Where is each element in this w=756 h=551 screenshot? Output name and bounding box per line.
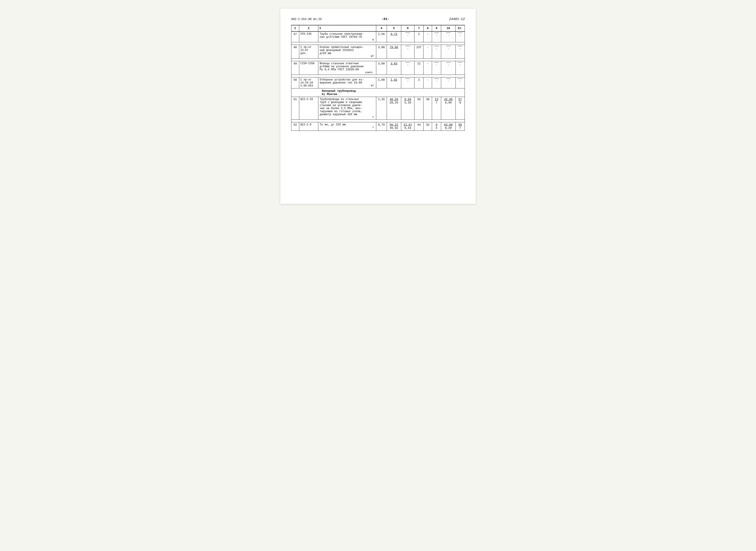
row-desc: Клапан прямоточный сильфон-ный фланцевый… [318,45,376,59]
row-col4: 0,79 [376,122,387,131]
row-col4: I,35 [376,97,387,120]
col-header-10: 10 [441,25,456,31]
row-col5: 0,72 [387,31,401,42]
header-right: 24401-12 [449,17,465,21]
row-col7: 237 [415,45,424,59]
row-col7: 55 [415,97,424,120]
row-desc: То же, д= 325 ммТ [318,122,376,131]
row-col4: I,00 [376,77,387,88]
row-col7: II [415,61,424,75]
row-col7: 2 [415,77,424,88]
row-col10: - [441,61,456,75]
row-col10: 63,008,29 [441,122,456,131]
table-row: 48С пр-нт 23-07 доп.Клапан прямоточный с… [291,45,465,59]
col-header-5: 5 [387,25,401,31]
col-header-8: 8 [424,25,432,31]
row-col6: - [401,45,415,59]
spacer-row [291,42,465,45]
row-col6: II,876,43 [401,122,415,131]
row-num: 52 [291,122,299,131]
col-header-9: 9 [432,25,441,31]
row-col5: 79,06 [387,45,401,59]
row-col9: - [432,31,441,42]
table-row: 51ШI2-2-IOТрубопроводы из стальныхтруб с… [291,97,465,120]
row-col8: - [424,61,432,75]
main-table: I 2 3 4 5 6 7 8 9 10 II· 47СП3-I38Труба … [291,25,465,131]
row-col4: I,56 [376,31,387,42]
row-col9: - [432,45,441,59]
header-center: -91- [382,17,389,21]
row-col9: I37 [432,97,441,120]
row-num: 48 [291,45,299,59]
row-col5: I,92 [387,77,401,88]
col-header-3: 3 [318,25,376,31]
row-col5: 40,5928,I6 [387,97,401,120]
row-desc: Труба стальная электросвар-ная д=57х3мм … [318,31,376,42]
row-col5: 56,2I40,92 [387,122,401,131]
row-col9: - [432,77,441,88]
section-title: Напорный трубопроводА) Монтаж [291,88,465,97]
row-col6: - [401,31,415,42]
row-col10: 42,006,90 [441,97,456,120]
spacer-row [291,75,465,77]
row-col6: 9,945,35 [401,97,415,120]
row-col8: - [424,77,432,88]
row-col10: - [441,77,456,88]
row-code: С пр-нт 24-I8-29 п.06-053 [299,77,318,88]
spacer-row [291,59,465,61]
page: 902-I-I64.90 Ал.IO -91- 24401-12 I 2 3 4… [280,9,476,204]
row-col4: 3,00 [376,61,387,75]
section-header-row: Напорный трубопроводА) Монтаж [291,88,465,97]
row-code: ШI2-2-9 [299,122,318,131]
row-col10: - [441,31,456,42]
col-header-11: II· [456,25,465,31]
row-num: 47 [291,31,299,42]
row-col6: - [401,77,415,88]
row-num: 49 [291,61,299,75]
row-col9: 95 [432,122,441,131]
row-desc: Трубопроводы из стальныхтруб с фланцами … [318,97,376,120]
row-col11: 579 [456,97,465,120]
row-desc: Фланцы стальные ответныед=50мм на условн… [318,61,376,75]
row-col5: 3,83 [387,61,401,75]
row-col8: 32 [424,122,432,131]
table-row: 50С пр-нт 24-I8-29 п.06-053Отборное устр… [291,77,465,88]
col-header-4: 4 [376,25,387,31]
row-col7: I [415,31,424,42]
row-col11: - [456,31,465,42]
row-col9: - [432,61,441,75]
table-row: 49СI59-I350Фланцы стальные ответныед=50м… [291,61,465,75]
header-left: 902-I-I64.90 Ал.IO [291,18,321,21]
row-code: ШI2-2-IO [299,97,318,120]
row-col11: - [456,45,465,59]
row-col6: - [401,61,415,75]
row-col10: - [441,45,456,59]
row-num: 51 [291,97,299,120]
table-row: 47СП3-I38Труба стальная электросвар-ная … [291,31,465,42]
row-num: 50 [291,77,299,88]
row-col8: - [424,31,432,42]
row-code: СI59-I350 [299,61,318,75]
table-row: 52ШI2-2-9То же, д= 325 ммТ0,7956,2I40,92… [291,122,465,131]
row-col8: 38 [424,97,432,120]
col-header-6: 6 [401,25,415,31]
spacer-row [291,120,465,122]
row-col4: 3,00 [376,45,387,59]
col-header-2: 2 [299,25,318,31]
row-col7: 44 [415,122,424,131]
page-header: 902-I-I64.90 Ал.IO -91- 24401-12 [291,17,465,21]
col-header-7: 7 [415,25,424,31]
row-col8: - [424,45,432,59]
row-desc: Отборное устройство для из-мерения давле… [318,77,376,88]
column-header-row: I 2 3 4 5 6 7 8 9 10 II· [291,25,465,31]
col-header-1: I [291,25,299,31]
row-col11: - [456,61,465,75]
row-col11: 507 [456,122,465,131]
row-col11: - [456,77,465,88]
row-code: С пр-нт 23-07 доп. [299,45,318,59]
row-code: СП3-I38 [299,31,318,42]
